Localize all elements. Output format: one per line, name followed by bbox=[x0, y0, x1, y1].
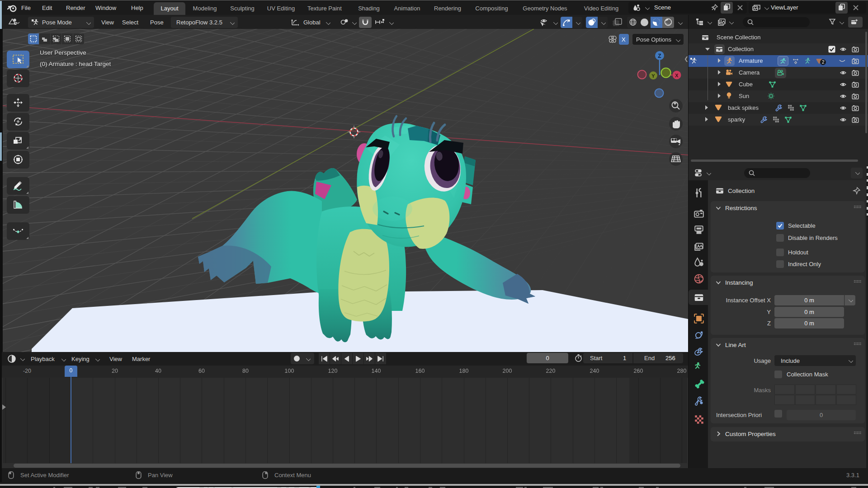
svg-text:Z: Z bbox=[658, 53, 661, 59]
svg-text:X: X bbox=[675, 73, 679, 78]
svg-text:Y: Y bbox=[651, 73, 655, 79]
svg-text:❮: ❮ bbox=[684, 56, 688, 62]
